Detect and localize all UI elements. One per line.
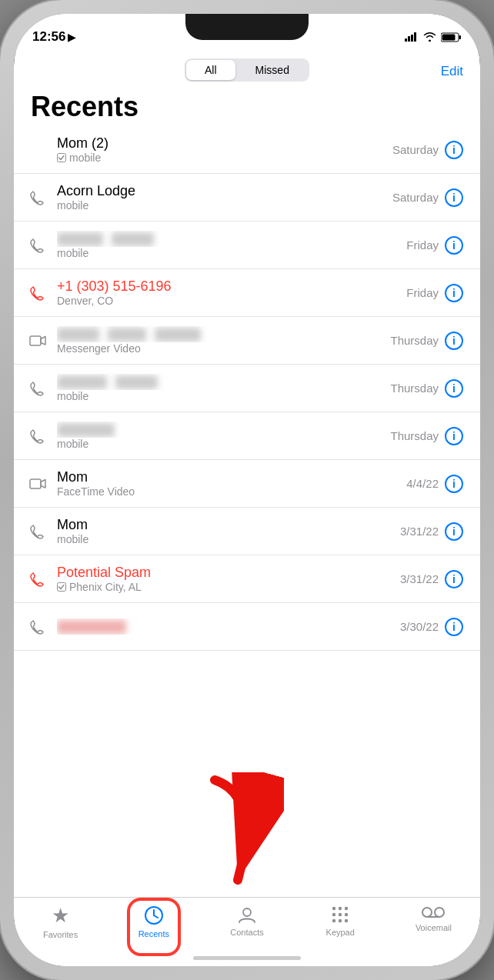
svg-point-20: [332, 913, 335, 916]
call-type-icon: [26, 377, 49, 400]
call-item[interactable]: Mom mobile 3/31/22 i: [14, 508, 480, 555]
tab-missed[interactable]: Missed: [237, 60, 308, 80]
call-item[interactable]: Acorn Lodge mobile Saturday i: [14, 174, 480, 222]
svg-point-23: [332, 919, 335, 922]
svg-rect-6: [442, 34, 456, 40]
tab-all[interactable]: All: [186, 60, 235, 80]
call-type-icon: [26, 234, 49, 257]
call-item[interactable]: Messenger Video Thursday i: [14, 317, 480, 365]
call-subtype: FaceTime Video: [57, 485, 406, 498]
call-info: mobile: [57, 231, 406, 259]
info-button[interactable]: i: [445, 379, 463, 398]
call-item[interactable]: Mom FaceTime Video 4/4/22 i: [14, 460, 480, 508]
phone-icon: [30, 572, 45, 587]
call-right: 3/30/22 i: [400, 618, 463, 636]
call-item[interactable]: mobile Thursday i: [14, 412, 480, 460]
status-time: 12:56 ▶: [32, 29, 75, 45]
call-right: Friday i: [406, 284, 463, 302]
svg-point-27: [435, 908, 444, 917]
phone-icon: [30, 619, 45, 635]
tab-label-contacts: Contacts: [230, 928, 263, 937]
location-icon: ▶: [68, 32, 75, 43]
tab-item-contacts[interactable]: Contacts: [200, 904, 293, 937]
info-button[interactable]: i: [445, 236, 463, 255]
call-info: Mom FaceTime Video: [57, 469, 406, 498]
info-button[interactable]: i: [445, 188, 463, 207]
phone-icon: [30, 238, 45, 253]
tab-bar: ★ Favorites Recents: [14, 897, 480, 966]
blurred-name: [57, 375, 107, 389]
tab-item-keypad[interactable]: Keypad: [294, 904, 387, 937]
info-button[interactable]: i: [445, 284, 463, 302]
call-subtype: Messenger Video: [57, 342, 390, 355]
svg-point-16: [243, 908, 251, 916]
call-item[interactable]: mobile Friday i: [14, 222, 480, 269]
svg-point-24: [339, 919, 342, 922]
call-right: Saturday i: [392, 141, 463, 159]
call-date: Thursday: [390, 382, 439, 395]
call-type-icon: [26, 425, 49, 448]
call-date: 3/30/22: [400, 620, 439, 633]
call-item[interactable]: Potential Spam Phenix City, AL 3/31/22 i: [14, 555, 480, 603]
call-type-icon: [26, 520, 49, 543]
call-info: +1 (303) 515-6196 Denver, CO: [57, 278, 406, 307]
call-date: Saturday: [392, 191, 439, 204]
svg-rect-5: [459, 35, 462, 39]
call-subtype: mobile: [57, 247, 406, 259]
call-type-icon: [26, 138, 49, 162]
svg-rect-9: [30, 479, 41, 488]
call-item[interactable]: +1 (303) 515-6196 Denver, CO Friday i: [14, 269, 480, 317]
blurred-name: [57, 423, 115, 437]
blurred-name: [57, 620, 126, 634]
phone-icon: [30, 524, 45, 539]
home-indicator: [193, 956, 301, 960]
svg-point-18: [339, 907, 342, 910]
time-display: 12:56: [32, 29, 65, 45]
tab-item-voicemail[interactable]: Voicemail: [387, 904, 480, 932]
info-button[interactable]: i: [445, 427, 463, 445]
info-button[interactable]: i: [445, 475, 463, 493]
call-item[interactable]: Mom (2) mobile Saturday i: [14, 126, 480, 174]
svg-point-25: [345, 919, 348, 922]
keypad-icon: [329, 904, 351, 925]
call-right: Saturday i: [392, 188, 463, 207]
phone-icon: [30, 428, 45, 444]
tab-item-favorites[interactable]: ★ Favorites: [14, 904, 107, 939]
status-icons: [405, 32, 462, 42]
call-type-icon: [26, 282, 49, 305]
info-button[interactable]: i: [445, 141, 463, 159]
call-type-icon: [26, 615, 49, 638]
svg-rect-2: [411, 35, 413, 42]
info-button[interactable]: i: [445, 522, 463, 541]
tab-label-voicemail: Voicemail: [416, 923, 452, 932]
recents-clock-icon: [142, 904, 165, 927]
svg-point-17: [332, 907, 335, 910]
call-info: mobile: [57, 422, 390, 450]
call-item[interactable]: mobile Thursday i: [14, 365, 480, 412]
caller-name: Potential Spam: [57, 565, 400, 581]
call-date: 3/31/22: [400, 525, 439, 538]
caller-name: +1 (303) 515-6196: [57, 278, 406, 295]
info-button[interactable]: i: [445, 570, 463, 588]
svg-rect-8: [30, 336, 41, 345]
edit-button[interactable]: Edit: [441, 64, 463, 79]
checkmark-icon: [57, 153, 66, 162]
call-info: [57, 618, 400, 635]
info-button[interactable]: i: [445, 332, 463, 350]
tab-label-keypad: Keypad: [326, 928, 355, 937]
wifi-icon: [423, 32, 436, 42]
call-date: Friday: [406, 238, 439, 252]
favorites-icon: ★: [52, 904, 69, 928]
info-button[interactable]: i: [445, 618, 463, 636]
call-item[interactable]: 3/30/22 i: [14, 603, 480, 651]
call-right: 4/4/22 i: [406, 475, 463, 493]
svg-point-26: [422, 908, 432, 917]
tab-item-recents[interactable]: Recents: [107, 904, 200, 938]
call-right: Thursday i: [390, 427, 463, 445]
blurred-name: [115, 375, 158, 389]
caller-name: Mom: [57, 517, 400, 533]
call-right: Friday i: [406, 236, 463, 255]
call-info: Mom (2) mobile: [57, 135, 392, 164]
call-right: 3/31/22 i: [400, 522, 463, 541]
page-title: Recents: [14, 85, 480, 126]
